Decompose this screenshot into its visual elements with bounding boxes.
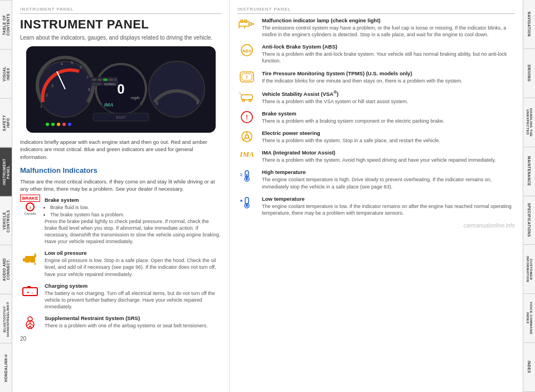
- ima-icon-container: IMA: [237, 149, 256, 159]
- svg-text:IMA: IMA: [104, 102, 114, 108]
- section-header: INSTRUMENT PANEL: [20, 7, 221, 14]
- svg-rect-36: [23, 258, 26, 262]
- svg-point-14: [149, 61, 205, 117]
- brake-system-body: There is a problem with a braking system…: [262, 118, 444, 124]
- high-temp-body: The engine coolant temperature is high. …: [262, 176, 515, 190]
- svg-text:ABS: ABS: [242, 49, 252, 54]
- svg-text:-: -: [32, 290, 33, 295]
- brake-body: Press the brake pedal lightly to check p…: [45, 218, 221, 245]
- eps-icon: [238, 130, 256, 143]
- indicator-brake: BRAKE ! Canada Brake system Brake fluid …: [20, 197, 221, 245]
- canada-label: Canada: [20, 212, 40, 215]
- right-indicator-tpms: ! Tire Pressure Monitoring System (TPMS)…: [237, 70, 515, 84]
- eps-title: Electric power steering: [262, 130, 440, 136]
- brake-indicator-text: Brake system Brake fluid is low. The bra…: [45, 197, 221, 245]
- tpms-text: Tire Pressure Monitoring System (TPMS) (…: [262, 70, 463, 84]
- svg-text:2: 2: [46, 93, 48, 97]
- sidebar-tab-voice-command[interactable]: VOICE COMMAND INDEX: [523, 294, 535, 343]
- eps-icon-container: [237, 130, 256, 143]
- srs-indicator-text: Supplemental Restraint System (SRS) Ther…: [45, 315, 208, 329]
- sidebar-tab-instrument-panel[interactable]: INSTRUMENTPANEL: [0, 147, 12, 196]
- right-indicator-vsa: Vehicle Stability Assist (VSA®) There is…: [237, 90, 515, 105]
- sidebar-tab-audio[interactable]: AUDIO ANDCONNECT.: [0, 245, 12, 294]
- sidebar-tab-hondalink[interactable]: HONDALINK®: [0, 343, 12, 392]
- svg-point-20: [46, 123, 49, 126]
- svg-point-24: [68, 123, 71, 126]
- brake-system-text: Brake system There is a problem with a b…: [262, 110, 444, 124]
- svg-line-75: [243, 138, 245, 141]
- left-sidebar: TABLE OFCONTENTS VISUALINDEX SAFETYINFO …: [0, 0, 12, 392]
- svg-rect-56: [241, 20, 243, 22]
- sidebar-tab-visual-index[interactable]: VISUALINDEX: [0, 49, 12, 98]
- sidebar-tab-bluetooth[interactable]: BLUETOOTH®HANDSFREELINK®: [0, 294, 12, 343]
- high-temp-icon-container: [237, 169, 256, 182]
- right-sidebar: NAVIGATION DRIVING HANDLING THE UNEXPECT…: [523, 0, 535, 392]
- sidebar-tab-maintenance[interactable]: MAINTENANCE: [523, 147, 535, 196]
- sidebar-tab-driving[interactable]: DRIVING: [523, 49, 535, 98]
- sidebar-tab-index[interactable]: INDEX: [523, 343, 535, 392]
- low-temp-icon: [238, 196, 256, 209]
- brake-title: Brake system: [45, 197, 221, 203]
- battery-icon: + -: [20, 283, 40, 298]
- right-section-header: INSTRUMENT PANEL: [237, 7, 515, 14]
- brake-circle-icon-container: !: [237, 110, 256, 123]
- svg-text:7: 7: [86, 75, 89, 79]
- right-indicator-abs: ABS Anti-lock Brake System (ABS) There i…: [237, 43, 515, 64]
- abs-icon: ABS: [238, 44, 256, 56]
- svg-point-67: [249, 99, 251, 101]
- brake-system-title: Brake system: [262, 110, 444, 117]
- tpms-icon-container: !: [237, 70, 256, 83]
- brake-bullets: Brake fluid is low. The brake system has…: [45, 204, 221, 217]
- indicator-srs: Supplemental Restraint System (SRS) Ther…: [20, 315, 221, 331]
- sidebar-tab-vehicle-controls[interactable]: VEHICLECONTROLS: [0, 196, 12, 245]
- sidebar-tab-handling[interactable]: HANDLING THE UNEXPECTED: [523, 98, 535, 147]
- low-temp-text: Low temperature The engine coolant tempe…: [262, 196, 515, 216]
- indicator-oil: Low oil pressure Engine oil pressure is …: [20, 250, 221, 277]
- sidebar-tab-toc[interactable]: TABLE OFCONTENTS: [0, 0, 12, 49]
- svg-rect-81: [245, 197, 249, 204]
- sidebar-tab-safety[interactable]: SAFETYINFO: [0, 98, 12, 147]
- sidebar-tab-navigation[interactable]: NAVIGATION: [523, 0, 535, 49]
- low-temp-body: The engine coolant temperature is low. I…: [262, 203, 515, 216]
- svg-point-73: [245, 135, 249, 138]
- tpms-body: If the indicator blinks for one minute a…: [262, 78, 463, 84]
- svg-text:NORMAL: NORMAL: [104, 83, 116, 86]
- eps-text: Electric power steering There is a probl…: [262, 130, 440, 144]
- svg-text:SPORT: SPORT: [92, 83, 101, 86]
- section-header-left: INSTRUMENT PANEL: [20, 7, 74, 12]
- sidebar-tab-specifications[interactable]: SPECIFICATIONS: [523, 196, 535, 245]
- srs-icon: [20, 315, 40, 331]
- sidebar-tab-customer-info[interactable]: CUSTOMER INFORMATION: [523, 245, 535, 294]
- srs-body: There is a problem with one of the airba…: [45, 322, 208, 329]
- svg-text:5: 5: [71, 61, 73, 65]
- vsa-icon-container: [237, 90, 256, 103]
- oil-title: Low oil pressure: [45, 250, 221, 256]
- tpms-title: Tire Pressure Monitoring System (TPMS) (…: [262, 70, 463, 76]
- right-panel: INSTRUMENT PANEL Malfunction indicator l…: [230, 0, 523, 392]
- tpms-icon: !: [238, 71, 256, 83]
- brake-icon: BRAKE ! Canada: [20, 197, 40, 212]
- battery-body: The battery is not charging. Turn off al…: [45, 290, 221, 310]
- malfunction-lamp-text: Malfunction indicator lamp (check engine…: [262, 17, 515, 38]
- svg-rect-55: [252, 23, 254, 25]
- abs-body: There is a problem with the anti-lock br…: [262, 51, 515, 64]
- svg-text:E: E: [156, 101, 159, 105]
- vsa-icon: [238, 90, 256, 103]
- svg-rect-37: [34, 255, 36, 257]
- svg-point-41: [34, 264, 36, 265]
- right-indicator-low-temp: Low temperature The engine coolant tempe…: [237, 196, 515, 216]
- vsa-title: Vehicle Stability Assist (VSA®): [262, 90, 408, 97]
- svg-point-66: [242, 99, 245, 101]
- watermark-container: carmanualonline.info: [237, 222, 515, 229]
- page-subtitle: Learn about the indicators, gauges, and …: [20, 35, 221, 41]
- svg-text:0: 0: [117, 81, 124, 96]
- svg-text:8: 8: [88, 88, 90, 91]
- malfunction-section-desc: These are the most critical indicators. …: [20, 178, 221, 193]
- svg-line-49: [27, 323, 30, 326]
- svg-point-23: [62, 123, 66, 126]
- srs-title: Supplemental Restraint System (SRS): [45, 315, 208, 321]
- high-temp-title: High temperature: [262, 169, 515, 175]
- oil-body: Engine oil pressure is low. Stop in a sa…: [45, 257, 221, 277]
- brake-icon-box: BRAKE: [20, 195, 40, 202]
- svg-point-22: [57, 123, 60, 126]
